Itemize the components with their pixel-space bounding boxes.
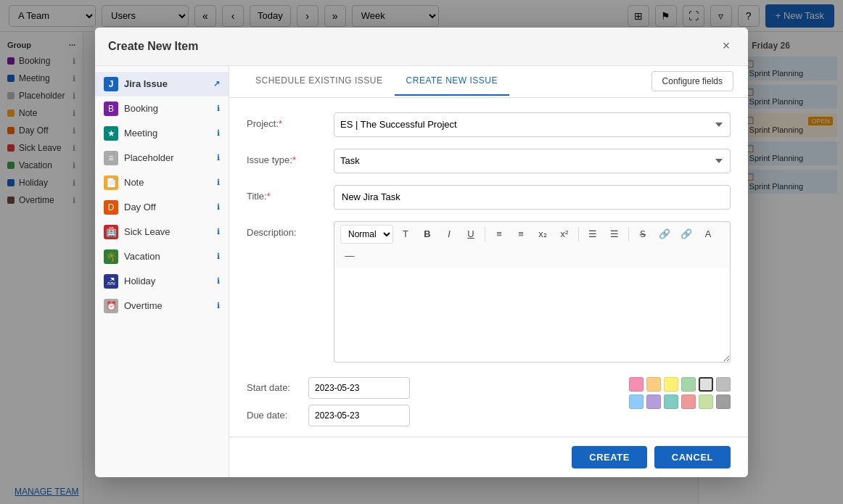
color-swatch-gray[interactable] — [716, 377, 731, 392]
color-swatch-pink[interactable] — [629, 377, 643, 392]
issue-type-field: Task — [334, 149, 731, 173]
modal-header: Create New Item × — [95, 28, 748, 66]
item-type-panel: J Jira Issue ↗ B Booking ℹ ★ Meeting — [95, 66, 229, 477]
app-background: A Team Users « ‹ Today › » Week ⊞ ⚑ ⛶ ▿ … — [0, 0, 843, 504]
ordered-list-btn[interactable]: ≡ — [490, 225, 509, 244]
start-date-input[interactable] — [308, 377, 410, 399]
dates-colors-row: Start date: Due date: — [247, 377, 731, 426]
item-type-dayoff[interactable]: D Day Off ℹ — [95, 195, 229, 220]
item-type-meeting[interactable]: ★ Meeting ℹ — [95, 121, 229, 146]
due-date-input[interactable] — [308, 405, 410, 426]
toolbar-divider-2 — [578, 227, 579, 241]
vacation-type-icon: 🌴 — [104, 249, 118, 264]
form-tabs: SCHEDULE EXISTING ISSUE CREATE NEW ISSUE… — [229, 66, 748, 98]
modal-footer: CREATE CANCEL — [229, 437, 748, 477]
issue-type-label: Issue type:* — [247, 149, 334, 165]
italic-btn[interactable]: I — [440, 225, 458, 244]
color-swatch-blue[interactable] — [629, 394, 643, 409]
start-date-row: Start date: — [247, 377, 410, 399]
issue-type-required-star: * — [292, 154, 296, 165]
item-type-sickleave[interactable]: 🏥 Sick Leave ℹ — [95, 220, 229, 244]
cancel-button[interactable]: CANCEL — [654, 446, 731, 468]
underline-btn[interactable]: U — [461, 225, 480, 244]
tab-schedule-existing[interactable]: SCHEDULE EXISTING ISSUE — [244, 67, 395, 96]
description-textarea[interactable] — [334, 268, 731, 363]
overtime-external-link-icon[interactable]: ℹ — [217, 301, 220, 310]
text-size-btn[interactable]: T — [396, 225, 415, 244]
title-required-star: * — [267, 191, 271, 202]
description-toolbar: Normal T B I U ≡ ≡ x₂ x² — [334, 221, 731, 268]
project-select[interactable]: ES | The Successful Project — [334, 112, 731, 137]
vacation-external-link-icon[interactable]: ℹ — [217, 252, 220, 261]
project-row: Project:* ES | The Successful Project — [247, 112, 731, 137]
jira-external-link-icon[interactable]: ↗ — [213, 79, 220, 88]
link-btn[interactable]: 🔗 — [655, 225, 674, 244]
align-left-btn[interactable]: ☰ — [583, 225, 602, 244]
description-label: Description: — [247, 221, 334, 238]
form-tabs-list: SCHEDULE EXISTING ISSUE CREATE NEW ISSUE — [244, 67, 509, 96]
item-type-holiday[interactable]: 🏖 Holiday ℹ — [95, 269, 229, 294]
color-swatch-yellow[interactable] — [664, 377, 678, 392]
color-swatch-dark-gray[interactable] — [716, 394, 731, 409]
placeholder-type-icon: ≡ — [104, 151, 118, 165]
item-type-placeholder[interactable]: ≡ Placeholder ℹ — [95, 146, 229, 170]
modal-title: Create New Item — [108, 40, 199, 53]
sickleave-external-link-icon[interactable]: ℹ — [217, 227, 220, 236]
subscript-btn[interactable]: x₂ — [533, 225, 552, 244]
superscript-btn[interactable]: x² — [555, 225, 574, 244]
title-label: Title:* — [247, 185, 334, 202]
toolbar-divider-3 — [628, 227, 629, 241]
colors-row-1 — [629, 377, 731, 392]
booking-type-label: Booking — [124, 103, 158, 114]
color-swatch-lime[interactable] — [699, 394, 713, 409]
color-swatch-teal[interactable] — [664, 394, 678, 409]
note-type-icon: 📄 — [104, 175, 118, 190]
booking-type-icon: B — [104, 102, 118, 116]
description-field: Normal T B I U ≡ ≡ x₂ x² — [334, 221, 731, 365]
title-row: Title:* — [247, 185, 731, 210]
placeholder-external-link-icon[interactable]: ℹ — [217, 153, 220, 162]
hr-btn[interactable]: — — [340, 247, 359, 265]
form-content: Project:* ES | The Successful Project Is… — [229, 98, 748, 437]
issue-type-row: Issue type:* Task — [247, 149, 731, 173]
item-type-jira-issue[interactable]: J Jira Issue ↗ — [95, 72, 229, 96]
project-field: ES | The Successful Project — [334, 112, 731, 137]
unordered-list-btn[interactable]: ≡ — [511, 225, 530, 244]
modal-close-button[interactable]: × — [717, 38, 735, 55]
note-external-link-icon[interactable]: ℹ — [217, 178, 220, 187]
unlink-btn[interactable]: 🔗 — [677, 225, 696, 244]
dates-column: Start date: Due date: — [247, 377, 410, 426]
holiday-type-label: Holiday — [124, 276, 155, 286]
item-type-note[interactable]: 📄 Note ℹ — [95, 170, 229, 195]
bold-btn[interactable]: B — [418, 225, 437, 244]
meeting-external-link-icon[interactable]: ℹ — [217, 128, 220, 138]
sickleave-type-icon: 🏥 — [104, 225, 118, 239]
color-swatch-purple[interactable] — [646, 394, 661, 409]
holiday-type-icon: 🏖 — [104, 274, 118, 289]
title-input[interactable] — [334, 185, 731, 210]
booking-external-link-icon[interactable]: ℹ — [217, 104, 220, 113]
item-type-booking[interactable]: B Booking ℹ — [95, 96, 229, 121]
meeting-type-icon: ★ — [104, 126, 118, 141]
format-select[interactable]: Normal — [340, 225, 393, 244]
align-right-btn[interactable]: ☰ — [605, 225, 624, 244]
color-swatch-light-gray[interactable] — [699, 377, 713, 392]
colors-row-2 — [629, 394, 731, 409]
sickleave-type-label: Sick Leave — [124, 226, 170, 237]
color-swatch-red[interactable] — [681, 394, 696, 409]
item-type-overtime[interactable]: ⏰ Overtime ℹ — [95, 294, 229, 318]
issue-type-select[interactable]: Task — [334, 149, 731, 173]
configure-fields-button[interactable]: Configure fields — [651, 71, 733, 91]
description-row: Description: Normal T B I U — [247, 221, 731, 365]
color-swatch-orange[interactable] — [646, 377, 661, 392]
due-date-row: Due date: — [247, 405, 410, 426]
create-button[interactable]: CREATE — [572, 446, 646, 468]
strikethrough-btn[interactable]: S̶ — [633, 225, 652, 244]
color-btn[interactable]: A — [699, 225, 717, 244]
dayoff-external-link-icon[interactable]: ℹ — [217, 202, 220, 212]
holiday-external-link-icon[interactable]: ℹ — [217, 276, 220, 286]
color-swatch-green[interactable] — [681, 377, 696, 392]
tab-create-new-issue[interactable]: CREATE NEW ISSUE — [395, 67, 509, 96]
item-type-vacation[interactable]: 🌴 Vacation ℹ — [95, 244, 229, 269]
overtime-type-label: Overtime — [124, 300, 163, 311]
